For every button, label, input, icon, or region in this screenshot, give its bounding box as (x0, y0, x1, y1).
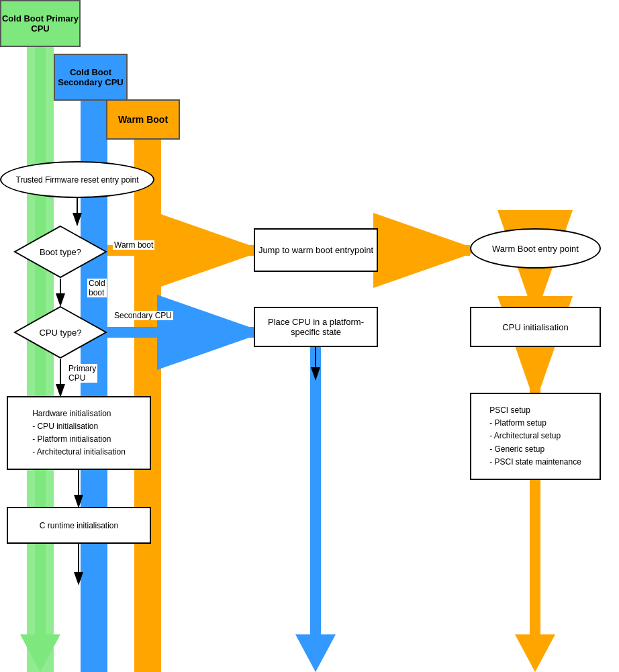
cold-boot-primary-label: Cold Boot Primary CPU (0, 0, 81, 47)
cold-boot-arrow-label: Coldboot (87, 279, 107, 297)
c-runtime-box: C runtime initialisation (7, 507, 151, 544)
cpu-type-diamond (13, 305, 107, 359)
place-cpu-box: Place CPU in a platform-specific state (254, 307, 378, 347)
warm-boot-arrow-label: Warm boot (113, 240, 154, 250)
warm-boot-label: Warm Boot (106, 99, 180, 140)
warm-boot-entry-ellipse: Warm Boot entry point (470, 228, 601, 269)
cold-boot-secondary-label: Cold Boot Secondary CPU (54, 54, 128, 101)
hw-init-box: Hardware initialisation - CPU initialisa… (7, 396, 151, 470)
cpu-init-box: CPU initialisation (470, 307, 601, 347)
svg-marker-10 (515, 634, 555, 672)
svg-marker-14 (295, 634, 336, 672)
svg-marker-23 (15, 226, 106, 277)
svg-marker-24 (15, 307, 106, 358)
psci-box: PSCI setup - Platform setup - Architectu… (470, 393, 601, 480)
primary-cpu-arrow-label: PrimaryCPU (67, 364, 97, 383)
jump-warm-boot-box: Jump to warm boot entrypoint (254, 228, 378, 272)
boot-type-diamond (13, 225, 107, 279)
diagram: Cold Boot Primary CPU Cold Boot Secondar… (0, 0, 619, 672)
tf-reset-ellipse: Trusted Firmware reset entry point (0, 161, 154, 198)
secondary-cpu-arrow-label: Secondary CPU (113, 311, 173, 320)
